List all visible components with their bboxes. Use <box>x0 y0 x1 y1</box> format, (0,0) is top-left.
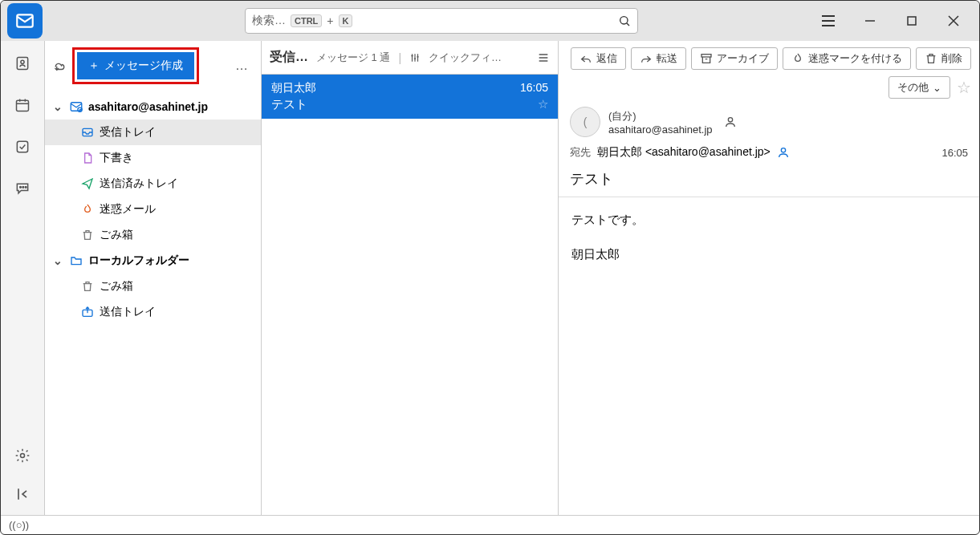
junk-button[interactable]: 迷惑マークを付ける <box>783 47 911 70</box>
plus-icon: ＋ <box>88 59 100 73</box>
search-placeholder: 検索… <box>252 14 286 28</box>
collapse-icon[interactable] <box>14 486 30 502</box>
svg-rect-2 <box>908 17 916 25</box>
chevron-down-icon: ⌄ <box>933 82 941 94</box>
settings-icon[interactable] <box>14 448 30 464</box>
svg-point-10 <box>21 454 25 458</box>
archive-label: アーカイブ <box>717 51 769 66</box>
folder-junk[interactable]: 迷惑メール <box>45 197 261 222</box>
account-row[interactable]: ⌄ asahitaro@asahinet.jp <box>45 94 261 120</box>
chevron-down-icon: ⌄ <box>53 254 64 267</box>
folder-label: 送信済みトレイ <box>100 176 178 191</box>
sync-icon[interactable]: ((○)) <box>9 519 29 531</box>
svg-point-1 <box>620 17 628 24</box>
svg-point-17 <box>781 148 785 152</box>
svg-rect-6 <box>17 141 27 152</box>
account-row-local[interactable]: ⌄ ローカルフォルダー <box>45 248 261 274</box>
search-input[interactable]: 検索… CTRL + K <box>245 8 638 34</box>
minimize-button[interactable] <box>851 5 889 37</box>
kbd-ctrl: CTRL <box>291 14 322 27</box>
other-actions-button[interactable]: その他 ⌄ <box>889 76 950 99</box>
avatar: ( <box>570 107 600 137</box>
app-icon <box>7 3 43 39</box>
svg-point-9 <box>25 187 26 188</box>
calendar-icon[interactable] <box>14 97 30 113</box>
spaces-toolbar <box>1 41 45 515</box>
folder-trash[interactable]: ごみ箱 <box>45 222 261 248</box>
svg-point-16 <box>728 118 732 122</box>
star-icon[interactable]: ☆ <box>957 78 971 97</box>
account-name: asahitaro@asahinet.jp <box>88 100 208 113</box>
message-reader: 返信 転送 アーカイブ 迷惑マークを付ける 削除 その他 ⌄ ☆ ( (自分) … <box>559 41 979 515</box>
kbd-k: K <box>339 14 353 27</box>
folder-sent[interactable]: 送信済みトレイ <box>45 171 261 197</box>
other-label: その他 <box>897 80 929 95</box>
message-header: ( (自分) asahitaro@asahinet.jp 宛先 朝日太郎 <as… <box>559 103 979 197</box>
svg-rect-5 <box>17 100 29 111</box>
folder-label: 迷惑メール <box>100 202 156 217</box>
get-messages-icon[interactable] <box>51 59 66 73</box>
folder-label: ごみ箱 <box>100 228 133 242</box>
addressbook-icon[interactable] <box>14 55 30 71</box>
reply-button[interactable]: 返信 <box>571 47 626 70</box>
maximize-button[interactable] <box>893 5 931 37</box>
inbox-icon <box>80 126 95 139</box>
message-body: テストです。 朝日太郎 <box>559 197 979 277</box>
compose-highlight: ＋ メッセージ作成 <box>72 47 199 84</box>
trash-icon <box>80 229 95 241</box>
folder-pane: ＋ メッセージ作成 … ⌄ asahitaro@asahinet.jp 受信トレ… <box>45 41 262 515</box>
quickfilter-label[interactable]: クイックフィ… <box>429 51 502 65</box>
appmenu-button[interactable] <box>809 5 848 37</box>
delete-button[interactable]: 削除 <box>916 47 971 70</box>
folder-label: 受信トレイ <box>100 125 156 140</box>
close-button[interactable] <box>934 5 973 37</box>
chat-icon[interactable] <box>14 180 30 197</box>
folder-title: 受信… <box>270 49 308 66</box>
folder-inbox[interactable]: 受信トレイ <box>45 120 261 145</box>
message-toolbar: 返信 転送 アーカイブ 迷惑マークを付ける 削除 <box>559 41 979 76</box>
message-time: 16:05 <box>520 81 548 95</box>
archive-button[interactable]: アーカイブ <box>691 47 778 70</box>
tasks-icon[interactable] <box>14 139 30 155</box>
kbd-plus: + <box>327 14 333 27</box>
folder-label: 送信トレイ <box>100 305 156 319</box>
folder-more-button[interactable]: … <box>230 59 254 73</box>
message-item[interactable]: 朝日太郎 16:05 テスト ☆ <box>262 75 558 119</box>
message-count: メッセージ 1 通 <box>316 51 390 65</box>
outbox-icon <box>80 306 95 318</box>
junk-icon <box>80 203 95 216</box>
folder-drafts[interactable]: 下書き <box>45 145 261 171</box>
svg-point-4 <box>21 60 24 63</box>
trash-icon <box>80 280 95 293</box>
account-name: ローカルフォルダー <box>88 253 189 268</box>
message-from: 朝日太郎 <box>271 81 316 95</box>
message-time: 16:05 <box>941 147 968 159</box>
star-icon[interactable]: ☆ <box>538 97 548 112</box>
folder-local-trash[interactable]: ごみ箱 <box>45 274 261 299</box>
message-list-pane: 受信… メッセージ 1 通 | クイックフィ… 朝日太郎 16:05 テスト ☆ <box>262 41 559 515</box>
svg-rect-15 <box>701 55 711 57</box>
chevron-down-icon: ⌄ <box>53 100 64 113</box>
folder-outbox[interactable]: 送信トレイ <box>45 299 261 325</box>
account-icon <box>69 99 83 114</box>
body-line: 朝日太郎 <box>571 243 966 266</box>
delete-label: 削除 <box>941 51 962 66</box>
from-email: asahitaro@asahinet.jp <box>608 124 713 136</box>
message-list-header: 受信… メッセージ 1 通 | クイックフィ… <box>262 41 558 75</box>
svg-point-7 <box>20 187 22 188</box>
search-icon[interactable] <box>618 14 631 27</box>
compose-button[interactable]: ＋ メッセージ作成 <box>77 52 194 79</box>
separator: | <box>398 51 401 64</box>
sent-icon <box>80 177 95 190</box>
from-self-label: (自分) <box>608 109 713 124</box>
contact-icon[interactable] <box>777 146 790 159</box>
contact-icon[interactable] <box>724 116 737 128</box>
to-label: 宛先 <box>570 145 591 160</box>
message-subject: テスト <box>271 97 307 112</box>
forward-button[interactable]: 転送 <box>631 47 686 70</box>
quickfilter-icon[interactable] <box>409 52 421 63</box>
folder-tree: ⌄ asahitaro@asahinet.jp 受信トレイ 下書き 送信済みトレ… <box>45 91 261 328</box>
display-options-icon[interactable] <box>537 51 550 64</box>
compose-label: メッセージ作成 <box>104 59 183 73</box>
draft-icon <box>80 152 95 164</box>
